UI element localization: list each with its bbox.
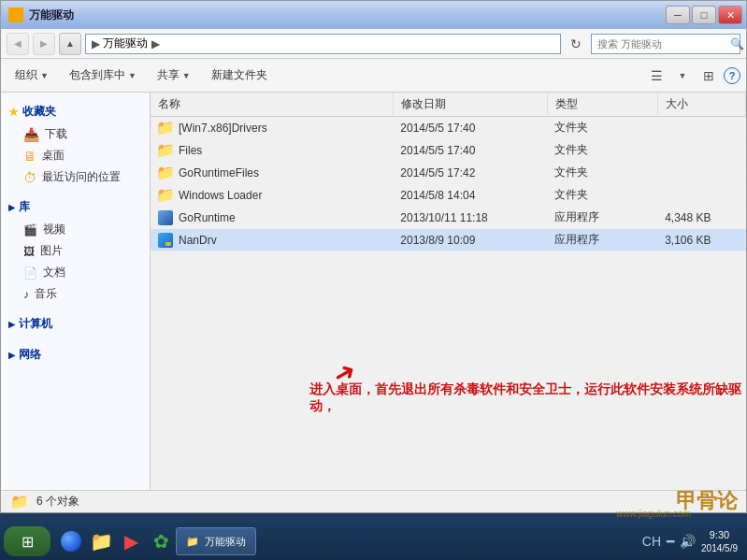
table-row[interactable]: 📁 [Win7.x86]Drivers 2014/5/5 17:40 文件夹 (151, 117, 746, 139)
file-date: 2013/10/11 11:18 (393, 207, 547, 229)
table-row[interactable]: 📁 Files 2014/5/5 17:40 文件夹 (151, 139, 746, 162)
minimize-button[interactable]: ─ (666, 6, 690, 24)
documents-icon: 📄 (23, 266, 37, 280)
search-icon: 🔍 (730, 37, 744, 50)
start-button[interactable]: ⊞ (4, 526, 50, 556)
up-button[interactable]: ▲ (59, 33, 81, 55)
refresh-button[interactable]: ↻ (565, 33, 587, 55)
arrow-icon: ➜ (327, 354, 361, 392)
folder-icon: 📁 (156, 119, 175, 136)
file-type: 文件夹 (547, 139, 657, 162)
chevron-right-icon: ▶ (8, 203, 15, 212)
content-area: ★ 收藏夹 📥 下载 🖥 桌面 ⏱ 最近访问的位置 ▶ (1, 93, 746, 490)
music-icon: ♪ (23, 288, 29, 301)
favorites-header[interactable]: ★ 收藏夹 (1, 100, 150, 123)
col-name[interactable]: 名称 (151, 93, 393, 117)
file-type: 应用程序 (547, 229, 657, 251)
organize-button[interactable]: 组织 ▼ (7, 63, 57, 89)
taskbar-green-icon[interactable]: ✿ (148, 528, 174, 554)
table-row[interactable]: 📁 Windows Loader 2014/5/8 14:04 文件夹 (151, 184, 746, 207)
back-button[interactable]: ◀ (7, 33, 29, 55)
file-date: 2014/5/5 17:42 (393, 162, 547, 184)
media-launch-icon: ▶ (124, 530, 138, 553)
taskbar-ie-icon[interactable] (58, 528, 84, 554)
explorer-window: 万能驱动 ─ □ ✕ ◀ ▶ ▲ ▶ 万能驱动 ▶ ↻ 🔍 组织 ▼ 包含到库中 (0, 0, 747, 513)
annotation-text: 进入桌面，首先退出所有杀毒软件和安全卫士，运行此软件安装系统所缺驱动， (309, 381, 746, 415)
taskbar: ⊞ 📁 ▶ ✿ 📁 万能驱动 CH ━ 🔊 9:30 2014/5/9 (0, 523, 747, 560)
file-name: GoRuntime (179, 211, 236, 224)
taskbar-explorer-task[interactable]: 📁 万能驱动 (176, 527, 256, 555)
tray-keyboard-icon[interactable]: CH (642, 534, 661, 549)
include-library-button[interactable]: 包含到库中 ▼ (61, 63, 145, 89)
file-type: 文件夹 (547, 162, 657, 184)
file-date: 2014/5/5 17:40 (393, 139, 547, 162)
taskbar-quick-launch: 📁 ▶ ✿ (58, 528, 174, 554)
col-size[interactable]: 大小 (657, 93, 745, 117)
video-icon: 🎬 (23, 223, 37, 237)
file-size (657, 117, 745, 139)
title-bar-left: 万能驱动 (8, 7, 74, 23)
address-path[interactable]: ▶ 万能驱动 ▶ (85, 34, 561, 54)
file-size: 3,106 KB (657, 229, 745, 251)
chevron-down-icon: ▼ (128, 71, 136, 80)
network-header[interactable]: ▶ 网络 (1, 343, 150, 366)
windows-logo-icon: ⊞ (22, 533, 34, 551)
view-toggle-button[interactable]: ☰ (645, 65, 668, 87)
chevron-down-icon: ▼ (40, 71, 49, 80)
window-icon (8, 7, 23, 22)
share-button[interactable]: 共享 ▼ (149, 63, 199, 89)
col-type[interactable]: 类型 (547, 93, 657, 117)
file-name: Files (179, 144, 202, 157)
table-row[interactable]: 📁 GoRuntimeFiles 2014/5/5 17:42 文件夹 (151, 162, 746, 184)
close-button[interactable]: ✕ (718, 6, 742, 24)
pictures-icon: 🖼 (23, 245, 35, 258)
exe-icon (158, 210, 173, 225)
recent-icon: ⏱ (23, 170, 36, 185)
sidebar-item-desktop[interactable]: 🖥 桌面 (1, 145, 150, 166)
file-list: 名称 修改日期 类型 大小 📁 [Win7.x86]Drivers 2014/5… (151, 93, 746, 490)
desktop-icon: 🖥 (23, 149, 36, 164)
forward-button[interactable]: ▶ (33, 33, 55, 55)
green-app-icon: ✿ (153, 530, 169, 553)
status-folder-icon: 📁 (10, 493, 29, 510)
chevron-down-icon: ▼ (679, 71, 687, 80)
view-dropdown-button[interactable]: ▼ (671, 65, 694, 87)
chevron-down-icon: ▼ (182, 71, 191, 80)
status-count: 6 个对象 (36, 494, 79, 510)
title-bar: 万能驱动 ─ □ ✕ (1, 1, 746, 29)
file-name-cell: 📁 GoRuntimeFiles (151, 162, 393, 184)
sidebar: ★ 收藏夹 📥 下载 🖥 桌面 ⏱ 最近访问的位置 ▶ (1, 93, 151, 490)
folder-icon: 📁 (156, 141, 175, 159)
help-button[interactable]: ? (724, 67, 740, 84)
sidebar-item-documents[interactable]: 📄 文档 (1, 262, 150, 283)
sidebar-item-video[interactable]: 🎬 视频 (1, 219, 150, 240)
col-date[interactable]: 修改日期 (393, 93, 547, 117)
search-input[interactable] (597, 38, 726, 50)
maximize-button[interactable]: □ (692, 6, 716, 24)
table-row[interactable]: GoRuntime 2013/10/11 11:18 应用程序 4,348 KB (151, 207, 746, 229)
file-date: 2014/5/5 17:40 (393, 117, 547, 139)
sidebar-item-music[interactable]: ♪ 音乐 (1, 283, 150, 305)
computer-header[interactable]: ▶ 计算机 (1, 312, 150, 336)
file-table: 名称 修改日期 类型 大小 📁 [Win7.x86]Drivers 2014/5… (151, 93, 746, 251)
window-title: 万能驱动 (29, 7, 74, 23)
taskbar-media-icon[interactable]: ▶ (118, 528, 144, 554)
address-bar: ◀ ▶ ▲ ▶ 万能驱动 ▶ ↻ 🔍 (1, 29, 746, 59)
chevron-right-icon: ▶ (8, 351, 15, 360)
taskbar-folder-icon[interactable]: 📁 (88, 528, 114, 554)
details-view-button[interactable]: ⊞ (697, 65, 720, 87)
new-folder-button[interactable]: 新建文件夹 (203, 63, 276, 89)
file-name-cell: NanDrv (151, 229, 393, 251)
file-name: GoRuntimeFiles (179, 166, 259, 179)
sidebar-item-download[interactable]: 📥 下载 (1, 123, 150, 145)
table-row[interactable]: NanDrv 2013/8/9 10:09 应用程序 3,106 KB (151, 229, 746, 251)
sidebar-item-pictures[interactable]: 🖼 图片 (1, 240, 150, 262)
system-clock[interactable]: 9:30 2014/5/9 (701, 528, 738, 553)
folder-launch-icon: 📁 (90, 530, 113, 553)
tray-speaker-icon[interactable]: 🔊 (680, 534, 696, 549)
tray-network-icon[interactable]: ━ (667, 534, 674, 549)
search-box[interactable]: 🔍 (591, 34, 740, 54)
sidebar-item-recent[interactable]: ⏱ 最近访问的位置 (1, 166, 150, 188)
library-header[interactable]: ▶ 库 (1, 195, 150, 219)
file-name-cell: 📁 Files (151, 139, 393, 162)
